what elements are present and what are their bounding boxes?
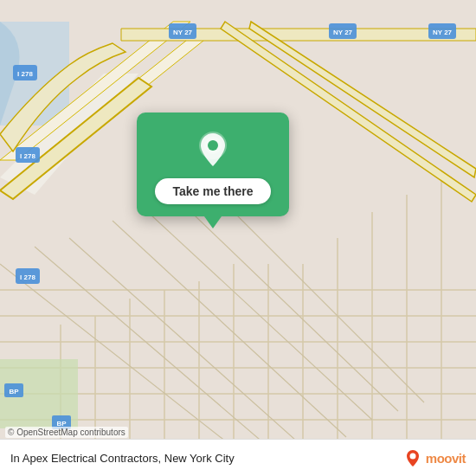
take-me-there-button[interactable]: Take me there: [155, 178, 270, 204]
svg-text:I 278: I 278: [20, 273, 35, 281]
svg-text:BP: BP: [9, 388, 19, 396]
svg-point-46: [409, 453, 415, 460]
svg-line-22: [113, 221, 346, 437]
osm-attribution: © OpenStreetMap contributors: [5, 427, 128, 438]
svg-line-21: [69, 238, 312, 454]
moovit-logo: moovit: [403, 448, 466, 467]
svg-point-45: [208, 140, 218, 151]
svg-line-25: [208, 186, 424, 402]
svg-text:I 278: I 278: [20, 152, 35, 160]
svg-text:NY 27: NY 27: [333, 29, 353, 36]
map-container: I 278 I 278 I 278 NY 27 NY 27 NY 27 BP B…: [0, 0, 476, 476]
location-pin-icon: [192, 128, 234, 170]
moovit-pin-icon: [403, 448, 422, 467]
svg-text:NY 27: NY 27: [433, 29, 453, 36]
map-roads: I 278 I 278 I 278 NY 27 NY 27 NY 27 BP B…: [0, 0, 476, 476]
moovit-brand-text: moovit: [426, 451, 466, 466]
bottom-bar: In Apex Electrical Contractors, New York…: [0, 439, 476, 476]
svg-text:NY 27: NY 27: [173, 29, 193, 36]
svg-text:I 278: I 278: [17, 70, 33, 78]
location-popup: Take me there: [137, 113, 289, 216]
location-label: In Apex Electrical Contractors, New York…: [10, 452, 403, 465]
